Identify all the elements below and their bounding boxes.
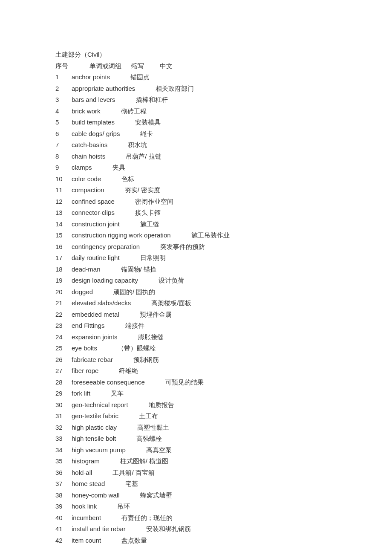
table-row: 25eye bolts（带）眼螺栓 (55, 343, 392, 354)
cell-seq: 13 (55, 207, 72, 219)
table-row: 37home stead宅基 (55, 478, 392, 490)
header-cn: 中文 (160, 61, 173, 72)
cell-term: cable dogs/ grips (72, 128, 120, 140)
table-row: 26fabricate rebar预制钢筋 (55, 354, 392, 366)
cell-term: geo-technical report (72, 399, 128, 411)
cell-term: foreseeable consequence (72, 377, 145, 388)
cell-term: daily routine light (72, 252, 120, 264)
cell-cn: 接头卡箍 (135, 209, 161, 216)
table-row: 36hold-all工具箱/ 百宝箱 (55, 467, 392, 479)
cell-cn: 高真空泵 (146, 446, 172, 454)
cell-cn: 蜂窝式墙壁 (140, 491, 172, 499)
table-row: 15construction rigging work operation施工吊… (55, 230, 392, 241)
table-body: 1anchor points锚固点2appropriate authoritie… (55, 72, 392, 546)
cell-seq: 29 (55, 388, 72, 399)
table-row: 7catch-basins积水坑 (55, 139, 392, 151)
table-row: 10color code色标 (55, 173, 392, 185)
table-row: 42item count盘点数量 (55, 535, 392, 546)
cell-cn: 膨胀接缝 (138, 333, 164, 341)
cell-seq: 7 (55, 139, 72, 151)
cell-seq: 39 (55, 501, 72, 512)
cell-seq: 10 (55, 173, 72, 185)
cell-term: appropriate authorities (72, 83, 135, 95)
table-row: 9clamps夹具 (55, 162, 392, 173)
cell-term: end Fittings (72, 320, 105, 332)
table-row: 27fiber rope纤维绳 (55, 365, 392, 377)
table-row: 31geo-textile fabric土工布 (55, 410, 392, 422)
cell-term: honey-comb wall (72, 490, 120, 501)
table-row: 33high tensile bolt高强螺栓 (55, 433, 392, 445)
cell-term: expansion joints (72, 332, 118, 343)
cell-cn: 砌砖工程 (121, 107, 147, 115)
table-row: 24expansion joints膨胀接缝 (55, 332, 392, 343)
table-row: 14construction joint施工缝 (55, 219, 392, 230)
cell-term: dead-man (72, 264, 101, 275)
cell-cn: 吊环 (117, 503, 130, 510)
cell-seq: 21 (55, 298, 72, 309)
table-row: 23end Fittings端接件 (55, 320, 392, 332)
table-row: 28foreseeable consequence可预见的结果 (55, 377, 392, 388)
cell-cn: 地质报告 (149, 401, 174, 408)
cell-seq: 23 (55, 320, 72, 332)
cell-seq: 31 (55, 410, 72, 422)
cell-term: bars and levers (72, 94, 115, 106)
cell-seq: 34 (55, 445, 72, 456)
cell-seq: 2 (55, 83, 72, 95)
cell-cn: 施工缝 (140, 220, 159, 228)
table-row: 21elevated slabs/decks高架楼板/面板 (55, 298, 392, 309)
cell-cn: 宅基 (125, 480, 138, 487)
cell-term: design loading capacity (72, 275, 138, 286)
section-title: 土建部分（Civil） (55, 49, 392, 61)
table-row: 34high vacuum pump高真空泵 (55, 445, 392, 456)
cell-term: incumbent (72, 512, 101, 524)
document-page: 土建部分（Civil） 序号 单词或词组 缩写 中文 1anchor point… (0, 0, 392, 546)
cell-seq: 25 (55, 343, 72, 354)
cell-cn: 预埋件金属 (140, 311, 172, 318)
cell-term: fabricate rebar (72, 354, 113, 366)
cell-cn: 安装和绑扎钢筋 (146, 525, 191, 532)
cell-seq: 42 (55, 535, 72, 546)
cell-seq: 24 (55, 332, 72, 343)
cell-cn: 日常照明 (140, 254, 166, 261)
cell-seq: 18 (55, 264, 72, 275)
cell-cn: 高架楼板/面板 (151, 299, 191, 306)
cell-seq: 40 (55, 512, 72, 524)
table-row: 38honey-comb wall蜂窝式墙壁 (55, 490, 392, 501)
cell-term: compaction (72, 185, 104, 196)
cell-seq: 27 (55, 365, 72, 377)
table-row: 1anchor points锚固点 (55, 72, 392, 83)
table-row: 11compaction夯实/ 密实度 (55, 185, 392, 196)
cell-cn: 撬棒和杠杆 (136, 96, 168, 103)
cell-term: build templates (72, 117, 115, 128)
table-row: 18dead-man锚固物/ 锚拴 (55, 264, 392, 275)
table-row: 13connector-clips接头卡箍 (55, 207, 392, 219)
cell-cn: 预制钢筋 (133, 356, 159, 363)
cell-term: brick work (72, 106, 101, 117)
cell-term: construction rigging work operation (72, 230, 171, 241)
table-row: 22embedded metal预埋件金属 (55, 309, 392, 321)
cell-term: install and tie rebar (72, 523, 126, 535)
cell-cn: 锚固物/ 锚拴 (121, 266, 156, 273)
table-row: 32high plastic clay高塑性黏土 (55, 422, 392, 434)
table-row: 6cable dogs/ grips绳卡 (55, 128, 392, 140)
cell-seq: 26 (55, 354, 72, 366)
table-row: 4brick work砌砖工程 (55, 106, 392, 117)
cell-term: confined space (72, 196, 115, 208)
cell-term: fork lift (72, 388, 90, 399)
header-seq: 序号 (55, 61, 88, 72)
cell-seq: 3 (55, 94, 72, 106)
cell-cn: 叉车 (111, 390, 124, 397)
table-row: 8chain hoists吊葫芦/ 拉链 (55, 151, 392, 162)
cell-term: eye bolts (72, 343, 97, 354)
table-header: 序号 单词或词组 缩写 中文 (55, 61, 392, 72)
cell-term: high plastic clay (72, 422, 117, 434)
cell-term: anchor points (72, 72, 110, 83)
cell-term: clamps (72, 162, 92, 173)
cell-seq: 41 (55, 523, 72, 535)
cell-cn: 积水坑 (128, 141, 147, 148)
cell-seq: 16 (55, 241, 72, 253)
cell-seq: 5 (55, 117, 72, 128)
cell-cn: 高强螺栓 (136, 435, 162, 442)
table-row: 2appropriate authorities相关政府部门 (55, 83, 392, 95)
cell-seq: 6 (55, 128, 72, 140)
